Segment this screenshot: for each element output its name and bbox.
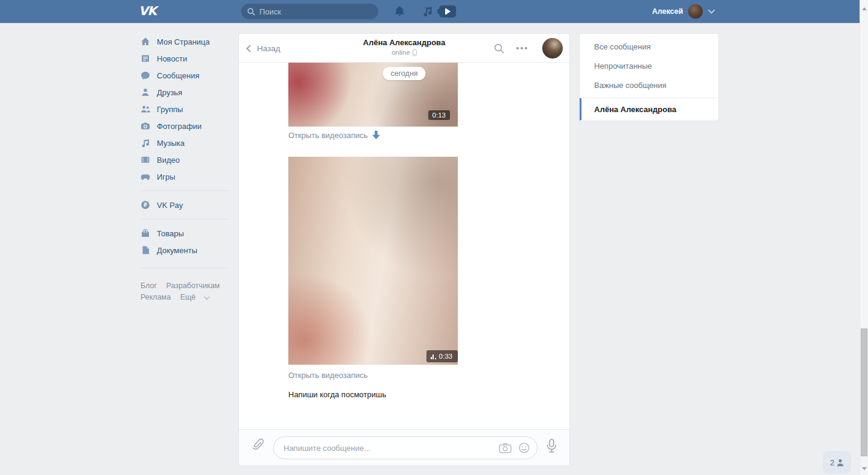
sidebar-item-label: Документы xyxy=(157,246,197,255)
mobile-phone-icon xyxy=(413,49,417,56)
online-status-label: online xyxy=(391,49,410,56)
left-sidebar-nav: Моя Страница Новости Сообщения Друзья Гр… xyxy=(141,33,237,303)
message-compose-bar xyxy=(239,429,569,465)
chevron-left-icon xyxy=(246,45,254,52)
sidebar-item-label: Сообщения xyxy=(157,71,200,80)
video-play-icon[interactable] xyxy=(439,5,456,17)
chat-panel: Назад Алёна Александрова online сегодня … xyxy=(238,33,570,466)
footer-link-more[interactable]: Ещё xyxy=(180,293,209,301)
search-input[interactable] xyxy=(259,7,372,16)
sidebar-divider xyxy=(141,268,230,268)
chat-search-icon[interactable] xyxy=(494,34,504,63)
sidebar-item-label: Музыка xyxy=(157,139,185,148)
sidebar-item-goods[interactable]: Товары xyxy=(141,225,237,242)
chevron-down-icon xyxy=(708,10,715,14)
video-attachment-thumbnail[interactable]: 0:33 xyxy=(288,157,458,365)
footer-link-blog[interactable]: Блог xyxy=(141,282,157,290)
sidebar-divider xyxy=(141,190,230,191)
open-video-link[interactable]: Открыть видеозапись xyxy=(288,130,381,140)
friends-icon xyxy=(141,87,150,97)
filter-all-messages[interactable]: Все сообщения xyxy=(580,37,718,57)
top-navigation-bar: VK Алексей xyxy=(0,0,860,23)
chat-title-block: Алёна Александрова online xyxy=(363,38,445,56)
news-icon xyxy=(141,54,150,63)
filter-important[interactable]: Важные сообщения xyxy=(580,76,718,95)
open-video-label: Открыть видеозапись xyxy=(288,371,368,380)
bell-icon[interactable] xyxy=(394,5,405,19)
active-conversation-item[interactable]: Алёна Александрова xyxy=(580,98,718,121)
current-user-avatar xyxy=(688,4,703,19)
photo-camera-icon[interactable] xyxy=(499,443,512,453)
sidebar-item-label: Моя Страница xyxy=(157,37,210,46)
messages-filter-panel: Все сообщения Непрочитанные Важные сообщ… xyxy=(579,33,719,122)
scroll-down-icon[interactable] xyxy=(862,467,867,470)
emoji-smiley-icon[interactable] xyxy=(519,442,530,453)
video-duration-badge: 0:13 xyxy=(428,110,450,120)
scroll-up-icon[interactable] xyxy=(862,7,867,10)
friends-online-badge[interactable]: 2 xyxy=(823,451,851,474)
sidebar-divider xyxy=(141,219,230,219)
sidebar-item-groups[interactable]: Группы xyxy=(141,101,237,118)
sidebar-item-label: Игры xyxy=(157,172,176,181)
film-icon xyxy=(141,155,150,165)
chat-status: online xyxy=(363,49,445,56)
attach-paperclip-icon[interactable] xyxy=(252,438,264,453)
video-attachment-thumbnail[interactable]: 0:13 xyxy=(288,63,458,127)
svg-text:₽: ₽ xyxy=(144,202,147,208)
footer-link-developers[interactable]: Разработчикам xyxy=(166,282,220,290)
search-icon xyxy=(247,8,255,16)
video-duration-badge: 0:33 xyxy=(426,350,458,362)
gamepad-icon xyxy=(141,172,150,181)
sidebar-footer-links: Блог Разработчикам Реклама Ещё xyxy=(141,280,237,303)
message-input-container xyxy=(273,436,537,459)
bag-icon xyxy=(141,228,150,238)
down-arrow-emoji xyxy=(372,130,381,140)
back-button[interactable]: Назад xyxy=(247,34,280,63)
sidebar-item-news[interactable]: Новости xyxy=(141,50,237,67)
sidebar-item-messages[interactable]: Сообщения xyxy=(141,67,237,84)
sidebar-item-photos[interactable]: Фотографии xyxy=(141,118,237,134)
groups-icon xyxy=(141,104,150,114)
sidebar-item-documents[interactable]: Документы xyxy=(141,242,237,259)
sidebar-item-games[interactable]: Игры xyxy=(141,168,237,185)
views-bars-icon xyxy=(431,354,436,359)
open-video-link[interactable]: Открыть видеозапись xyxy=(288,371,368,380)
sidebar-item-music[interactable]: Музыка xyxy=(141,134,237,151)
message-input[interactable] xyxy=(284,444,492,453)
scrollbar-thumb[interactable] xyxy=(861,329,867,456)
voice-message-mic-icon[interactable] xyxy=(546,439,557,455)
vk-logo[interactable]: VK xyxy=(139,4,156,18)
online-count: 2 xyxy=(830,458,834,467)
footer-link-ads[interactable]: Реклама xyxy=(141,293,171,301)
message-text: Напиши когда посмотришь xyxy=(288,390,386,399)
footer-link-more-label: Ещё xyxy=(180,293,196,301)
video-icon-tab xyxy=(437,9,441,14)
music-note-icon[interactable] xyxy=(422,5,433,19)
sidebar-item-label: Товары xyxy=(157,229,184,238)
back-label: Назад xyxy=(257,44,280,53)
sidebar-item-my-page[interactable]: Моя Страница xyxy=(141,33,237,50)
sidebar-item-vkpay[interactable]: ₽ VK Pay xyxy=(141,197,237,213)
open-video-label: Открыть видеозапись xyxy=(288,131,368,140)
video-duration: 0:33 xyxy=(439,353,452,360)
chat-peer-avatar[interactable] xyxy=(542,38,563,58)
sidebar-item-label: Фотографии xyxy=(157,122,201,131)
sidebar-item-label: VK Pay xyxy=(157,201,183,210)
sidebar-item-label: Друзья xyxy=(157,88,182,97)
chat-header: Назад Алёна Александрова online xyxy=(239,34,569,63)
date-separator-badge: сегодня xyxy=(382,67,425,80)
home-icon xyxy=(141,37,150,46)
sidebar-item-friends[interactable]: Друзья xyxy=(141,84,237,101)
chat-more-menu[interactable] xyxy=(516,34,527,63)
global-search[interactable] xyxy=(241,4,378,19)
filter-unread[interactable]: Непрочитанные xyxy=(580,57,718,76)
current-user-menu[interactable]: Алексей xyxy=(652,0,715,23)
person-icon xyxy=(837,459,844,467)
sidebar-item-video[interactable]: Видео xyxy=(141,151,237,168)
chevron-down-icon xyxy=(204,294,210,300)
chat-title[interactable]: Алёна Александрова xyxy=(363,38,445,47)
music-note-icon xyxy=(141,138,150,148)
current-user-name: Алексей xyxy=(652,7,683,16)
browser-scrollbar[interactable] xyxy=(860,0,868,475)
ellipsis-icon xyxy=(516,47,527,49)
